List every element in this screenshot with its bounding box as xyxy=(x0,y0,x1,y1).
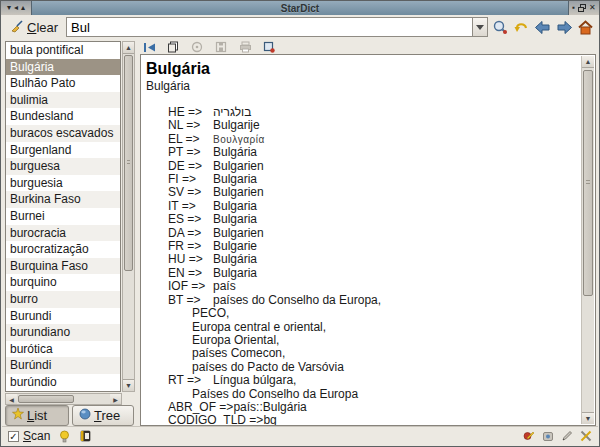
tab-tree[interactable]: Tree xyxy=(72,405,134,426)
tab-list[interactable]: List xyxy=(5,405,69,426)
scroll-up-icon[interactable]: ▲ xyxy=(582,56,594,68)
list-item[interactable]: Bulgária xyxy=(6,59,120,76)
list-item[interactable]: Burgenland xyxy=(6,142,120,159)
list-item[interactable]: bulimia xyxy=(6,92,120,109)
list-item[interactable]: Burkina Faso xyxy=(6,191,120,208)
list-item[interactable]: Bulhão Pato xyxy=(6,75,120,92)
home-icon[interactable] xyxy=(577,18,594,37)
search-definition-icon[interactable] xyxy=(262,41,276,54)
statusbar-right-icons xyxy=(522,430,592,443)
edit-icon[interactable] xyxy=(560,430,573,443)
dictionary-book-icon[interactable] xyxy=(79,430,92,443)
save-icon[interactable] xyxy=(214,41,228,54)
scrollbar-thumb[interactable] xyxy=(124,55,133,271)
list-item[interactable]: burótica xyxy=(6,341,120,358)
print-icon[interactable] xyxy=(238,41,252,54)
scrollbar-thumb[interactable] xyxy=(18,395,74,403)
translation-value: países do Conselho da Europa, xyxy=(213,293,381,307)
tab-list-label: List xyxy=(27,408,47,423)
maximize-icon[interactable] xyxy=(578,4,586,12)
language-code: HE => xyxy=(168,106,213,119)
list-item[interactable]: Burquina Faso xyxy=(6,258,120,275)
broom-icon xyxy=(10,19,24,36)
scroll-down-icon[interactable]: ▼ xyxy=(123,379,134,391)
scroll-up-icon[interactable]: ▲ xyxy=(123,42,134,54)
definition-vscrollbar[interactable]: ▲ ▼ xyxy=(581,56,594,424)
definition-content[interactable]: Bulgária Bulgária HE =>בולגריהNL =>Bulga… xyxy=(141,55,581,425)
language-code: FR => xyxy=(168,240,213,253)
word-list-hscrollbar[interactable]: ◀ ▶ xyxy=(5,393,122,405)
tree-view-icon xyxy=(79,408,91,423)
translation-line: FR =>Bulgarie xyxy=(146,240,581,253)
list-item[interactable]: buracos escavados xyxy=(6,125,120,142)
scan-label: Scan xyxy=(23,429,50,443)
search-input[interactable] xyxy=(66,17,472,37)
clear-button[interactable]: Clear xyxy=(6,17,62,38)
list-item[interactable]: burquino xyxy=(6,274,120,291)
language-code: FI => xyxy=(168,173,213,186)
dict-manage-icon[interactable] xyxy=(522,430,535,443)
language-code: EN => xyxy=(168,267,213,280)
forward-icon[interactable] xyxy=(556,18,573,37)
translation-line: Países do Conselho da Europa xyxy=(146,388,581,401)
plugin-icon[interactable] xyxy=(541,430,554,443)
list-item[interactable]: Burúndi xyxy=(6,357,120,374)
language-code: BT => xyxy=(168,294,213,307)
minimize-icon[interactable]: ▪ xyxy=(572,4,575,12)
undo-icon[interactable] xyxy=(513,18,530,37)
list-item[interactable]: bula pontifical xyxy=(6,42,120,59)
language-code: PT => xyxy=(168,146,213,159)
definition-pane: Bulgária Bulgária HE =>בולגריהNL =>Bulga… xyxy=(140,54,596,426)
translation-value: Bulgarie xyxy=(213,239,257,253)
translation-line: DA =>Bulgarien xyxy=(146,227,581,240)
scroll-left-icon[interactable]: ◀ xyxy=(6,394,17,404)
lightbulb-icon[interactable] xyxy=(58,430,71,443)
list-item[interactable]: burúndio xyxy=(6,374,120,391)
translation-line: HE =>בולגריה xyxy=(146,106,581,119)
word-list-vscrollbar[interactable]: ▲ ▼ xyxy=(122,41,135,392)
titlebar-center[interactable]: StarDict xyxy=(31,1,569,15)
sticky-icon[interactable]: ◂ xyxy=(14,4,18,12)
translation-line: ES =>Bulgaria xyxy=(146,213,581,226)
find-icon[interactable] xyxy=(492,18,509,37)
translation-line: EN =>Bulgaria xyxy=(146,267,581,280)
language-code: NL => xyxy=(168,119,213,132)
translation-line: IOF =>país xyxy=(146,280,581,293)
list-item[interactable]: burguesia xyxy=(6,175,120,192)
scan-checkbox[interactable]: ✓ xyxy=(8,431,19,442)
list-item[interactable]: burguesa xyxy=(6,158,120,175)
translation-line: Europa central e oriental, xyxy=(146,321,581,334)
translation-line: SV =>Bulgarien xyxy=(146,186,581,199)
headword: Bulgária xyxy=(146,59,581,79)
go-first-icon[interactable] xyxy=(142,41,156,54)
scan-toggle[interactable]: ✓ Scan xyxy=(8,429,50,443)
translation-line: HU =>Bulgária xyxy=(146,253,581,266)
language-code: DA => xyxy=(168,227,213,240)
play-sound-icon[interactable] xyxy=(190,41,204,54)
close-icon[interactable]: ✕ xyxy=(589,4,596,12)
scroll-down-icon[interactable]: ▼ xyxy=(582,412,594,424)
translation-line: NL =>Bulgarije xyxy=(146,119,581,132)
list-item[interactable]: burocracia xyxy=(6,225,120,242)
shade-icon[interactable]: ▴ xyxy=(21,4,25,12)
list-item[interactable]: burro xyxy=(6,291,120,308)
scrollbar-thumb[interactable] xyxy=(583,70,593,296)
copy-icon[interactable] xyxy=(166,41,180,54)
titlebar-left-controls: ▾ ◂ ▴ xyxy=(1,1,31,15)
search-dropdown-button[interactable] xyxy=(472,17,488,37)
clear-label: Clear xyxy=(27,20,58,35)
translation-value: países do Pacto de Varsóvia xyxy=(192,360,344,374)
language-code: CODIGO_TLD => xyxy=(168,414,263,425)
list-item[interactable]: burocratização xyxy=(6,241,120,258)
tools-icon[interactable] xyxy=(579,430,592,443)
titlebar-right-controls: ▪ ✕ xyxy=(569,1,599,15)
translation-value: país::Bulgária xyxy=(233,400,306,414)
list-item[interactable]: Bundesland xyxy=(6,108,120,125)
back-icon[interactable] xyxy=(534,18,551,37)
list-item[interactable]: Burnei xyxy=(6,208,120,225)
scroll-right-icon[interactable]: ▶ xyxy=(110,394,121,404)
list-item[interactable]: burundiano xyxy=(6,324,120,341)
list-item[interactable]: Burundi xyxy=(6,308,120,325)
translation-line: países do Pacto de Varsóvia xyxy=(146,361,581,374)
menu-icon[interactable]: ▾ xyxy=(7,4,11,12)
